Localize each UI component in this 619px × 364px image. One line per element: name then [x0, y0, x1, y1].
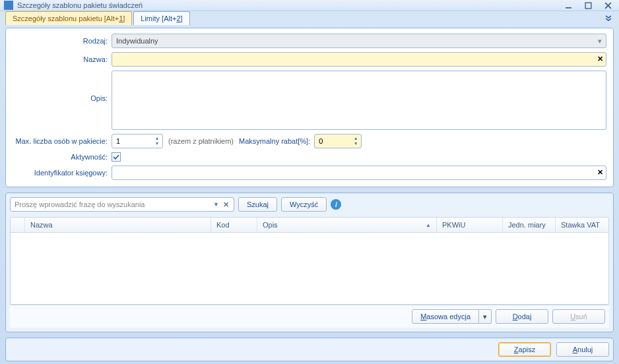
- spin-down-icon[interactable]: ▼: [153, 141, 161, 146]
- masowa-edycja-button[interactable]: MMasowa edycjaasowa edycja: [412, 309, 479, 324]
- rabat-value: 0: [319, 137, 323, 145]
- aktywnosc-checkbox[interactable]: [112, 152, 121, 162]
- collapse-toggle-icon[interactable]: [604, 14, 612, 23]
- rodzaj-label: Rodzaj:: [13, 37, 112, 45]
- search-panel: Proszę wprowadzić frazę do wyszukania ▼ …: [5, 193, 614, 332]
- szukaj-button[interactable]: Szukaj: [238, 197, 277, 212]
- grid-body: [11, 233, 608, 304]
- maximize-button[interactable]: [581, 0, 595, 11]
- nazwa-input[interactable]: ✕: [112, 52, 606, 67]
- opis-label: Opis:: [13, 71, 112, 102]
- col-jedn[interactable]: Jedn. miary: [503, 218, 556, 232]
- usun-button: Usuń: [552, 309, 605, 324]
- search-placeholder: Proszę wprowadzić frazę do wyszukania: [15, 200, 145, 208]
- max-osob-value: 1: [116, 137, 153, 145]
- spin-up-icon[interactable]: ▲: [352, 136, 360, 141]
- tab-limity[interactable]: Limity [Alt+2]: [133, 11, 189, 25]
- window-title: Szczegóły szablonu pakietu świadczeń: [17, 1, 561, 9]
- tabstrip: Szczegóły szablonu pakietu [Alt+1] Limit…: [0, 11, 619, 25]
- max-hint: (razem z płatnikiem): [168, 137, 234, 145]
- zapisz-button[interactable]: Zapisz: [498, 342, 551, 357]
- svg-rect-1: [585, 3, 591, 9]
- col-kod[interactable]: Kod: [211, 218, 257, 232]
- spin-down-icon[interactable]: ▼: [352, 141, 360, 146]
- form-panel: Rodzaj: Indywidualny ▾ Nazwa: ✕ Opis:: [5, 28, 614, 187]
- info-icon[interactable]: i: [331, 199, 341, 210]
- close-button[interactable]: [601, 0, 615, 11]
- clear-icon[interactable]: ✕: [597, 168, 603, 177]
- bottom-bar: Zapisz Anuluj: [5, 338, 614, 361]
- spin-up-icon[interactable]: ▲: [153, 136, 161, 141]
- app-icon: [4, 1, 13, 10]
- col-vat[interactable]: Stawka VAT: [556, 218, 608, 232]
- rodzaj-value: Indywidualny: [116, 37, 158, 45]
- grid-footer: MMasowa edycjaasowa edycja ▾ Dodaj Usuń: [10, 305, 609, 328]
- max-osob-spinner[interactable]: 1 ▲▼: [112, 134, 163, 148]
- id-label: Identyfikator księgowy:: [13, 169, 112, 177]
- max-label: Max. liczba osób w pakiecie:: [13, 137, 112, 145]
- clear-icon[interactable]: ✕: [597, 55, 603, 63]
- col-pkwiu[interactable]: PKWiU: [437, 218, 503, 232]
- search-combo[interactable]: Proszę wprowadzić frazę do wyszukania ▼ …: [10, 197, 234, 212]
- rabat-label: Maksymalny rabat[%]:: [239, 137, 310, 145]
- grid: Nazwa Kod Opis▲ PKWiU Jedn. miary Stawka…: [10, 217, 609, 305]
- chevron-down-icon: ▾: [598, 37, 602, 46]
- sort-asc-icon: ▲: [426, 222, 431, 228]
- aktywnosc-label: Aktywność:: [13, 153, 112, 161]
- dodaj-button[interactable]: Dodaj: [496, 309, 548, 324]
- titlebar: Szczegóły szablonu pakietu świadczeń: [0, 0, 619, 11]
- clear-icon[interactable]: ✕: [221, 200, 231, 209]
- minimize-button[interactable]: [561, 0, 575, 11]
- nazwa-label: Nazwa:: [13, 55, 112, 63]
- opis-textarea[interactable]: [112, 71, 606, 130]
- rabat-input[interactable]: 0 ▲▼: [314, 134, 362, 148]
- tab-szczegoly[interactable]: Szczegóły szablonu pakietu [Alt+1]: [5, 11, 132, 25]
- id-input[interactable]: ✕: [112, 166, 606, 180]
- anuluj-button[interactable]: Anuluj: [556, 342, 609, 357]
- col-rowselector[interactable]: [11, 218, 25, 232]
- rodzaj-select[interactable]: Indywidualny ▾: [112, 34, 606, 48]
- wyczysc-button[interactable]: Wyczyść: [281, 197, 327, 212]
- window: Szczegóły szablonu pakietu świadczeń Szc…: [0, 0, 619, 364]
- grid-header: Nazwa Kod Opis▲ PKWiU Jedn. miary Stawka…: [11, 218, 608, 233]
- chevron-down-icon[interactable]: ▼: [211, 201, 221, 208]
- col-opis[interactable]: Opis▲: [257, 218, 437, 232]
- masowa-edycja-dropdown[interactable]: ▾: [479, 309, 492, 324]
- col-nazwa[interactable]: Nazwa: [25, 218, 211, 232]
